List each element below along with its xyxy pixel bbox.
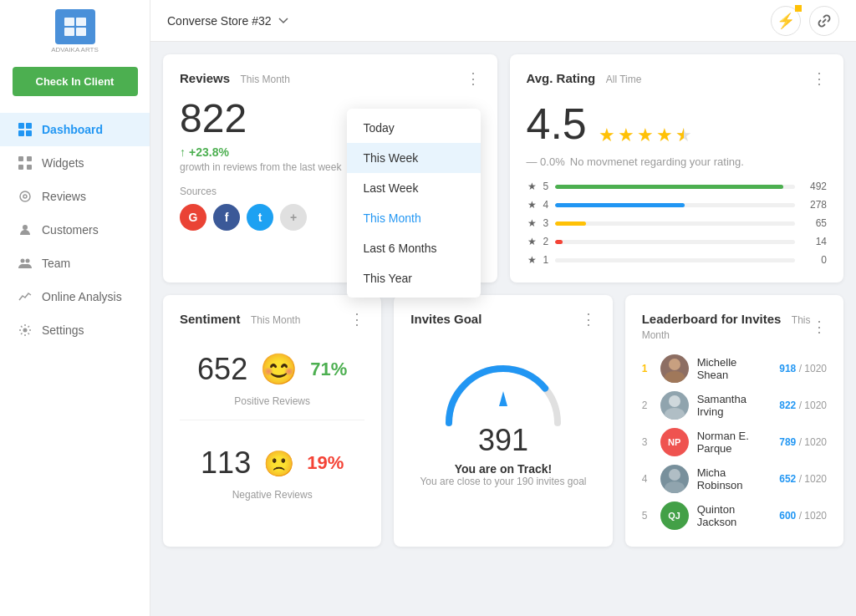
svg-point-12 (20, 191, 30, 201)
link-button[interactable] (809, 6, 839, 36)
svg-rect-6 (18, 130, 24, 136)
svg-marker-18 (499, 391, 507, 406)
sentiment-divider (180, 420, 364, 420)
leaderboard-name-4: Micha Robinson (697, 466, 772, 491)
gauge-svg (436, 348, 570, 431)
widgets-icon (17, 155, 33, 171)
avg-rating-title: Avg. Rating (527, 71, 596, 85)
avg-rating-menu-button[interactable]: ⋮ (812, 71, 827, 86)
star-4: ★ (656, 125, 673, 146)
up-arrow-icon: ↑ (180, 145, 186, 159)
avg-rating-card-header: Avg. Rating All Time ⋮ (527, 71, 828, 86)
avatar-3: NP (660, 428, 689, 456)
sidebar-item-online-analysis[interactable]: Online Analysis (0, 280, 150, 313)
rating-row-1: ★ 1 0 (527, 254, 828, 266)
leaderboard-score-5: 600 / 1020 (779, 510, 827, 522)
sidebar-nav: Dashboard Widgets Reviews (0, 113, 150, 347)
leaderboard-score-4: 652 / 1020 (779, 473, 827, 485)
sidebar-item-team[interactable]: Team (0, 247, 150, 280)
reviews-title: Reviews (180, 71, 230, 85)
logo-icon (55, 9, 95, 44)
leaderboard-menu-button[interactable]: ⋮ (812, 319, 827, 334)
rating-row-2: ★ 2 14 (527, 236, 828, 247)
sentiment-period: This Month (251, 314, 300, 326)
svg-rect-3 (76, 28, 86, 36)
avatar-1 (660, 354, 689, 383)
dropdown-item-last-week[interactable]: Last Week (347, 173, 481, 203)
svg-point-22 (665, 408, 685, 420)
leaderboard-title: Leaderboard for Invites (642, 312, 782, 326)
twitter-icon[interactable]: t (247, 204, 273, 231)
avatar-4 (660, 465, 689, 493)
star-half: ★ ★ (675, 125, 692, 146)
sidebar-item-label-dashboard: Dashboard (42, 123, 103, 136)
avatar-2 (660, 391, 689, 420)
header: Converse Store #32 ⚡ (150, 0, 856, 42)
svg-rect-0 (64, 18, 74, 26)
reviews-menu-button[interactable]: ⋮ (466, 71, 481, 86)
movement-pct: — 0.0% (527, 155, 565, 168)
negative-label: Negative Reviews (180, 489, 364, 501)
sidebar-item-label-reviews: Reviews (42, 190, 86, 203)
invites-menu-button[interactable]: ⋮ (581, 312, 596, 327)
check-in-button[interactable]: Check In Client (13, 67, 138, 96)
gauge-container: 391 You are on Track! You are close to y… (410, 339, 595, 496)
negative-count: 113 (201, 445, 251, 481)
avg-rating-card: Avg. Rating All Time ⋮ 4.5 ★ ★ ★ ★ ★ ★ (510, 54, 844, 283)
sidebar-item-reviews[interactable]: Reviews (0, 180, 150, 213)
leaderboard-name-2: Samantha Irving (697, 393, 772, 418)
svg-rect-2 (64, 28, 74, 36)
svg-rect-5 (26, 123, 32, 129)
svg-point-20 (665, 371, 685, 383)
link-icon (817, 13, 832, 28)
reviews-period: This Month (241, 74, 290, 85)
svg-point-16 (26, 259, 30, 263)
dropdown-item-this-week[interactable]: This Week (347, 143, 481, 173)
dashboard-icon (17, 121, 33, 138)
leaderboard-card-header: Leaderboard for Invites This Month ⋮ (642, 312, 827, 342)
dropdown-item-last-6-months[interactable]: Last 6 Months (347, 233, 481, 263)
leaderboard-card: Leaderboard for Invites This Month ⋮ 1 M… (625, 295, 843, 547)
sidebar: ADVAIKA ARTS Check In Client Dashboard (0, 0, 150, 616)
leaderboard-row-3: 3 NP Norman E. Parque 789 / 1020 (642, 428, 827, 456)
reviews-icon (17, 188, 33, 205)
sentiment-menu-button[interactable]: ⋮ (349, 312, 364, 327)
sentiment-title: Sentiment (180, 312, 241, 326)
positive-count: 652 (197, 352, 247, 387)
leaderboard-score-1: 918 / 1020 (779, 363, 827, 374)
svg-point-21 (669, 395, 680, 407)
dropdown-item-today[interactable]: Today (347, 113, 481, 143)
leaderboard-name-1: Michelle Shean (697, 356, 772, 381)
gauge-value: 391 (478, 423, 528, 458)
svg-rect-11 (27, 165, 32, 170)
negative-emoji: 🙁 (263, 449, 294, 478)
leaderboard-list: 1 Michelle Shean 918 / 1020 2 (642, 354, 827, 530)
positive-pct: 71% (310, 359, 347, 380)
reviews-card: Reviews This Month ⋮ Today This Week Las… (163, 54, 497, 283)
svg-point-24 (665, 481, 685, 493)
leaderboard-score-3: 789 / 1020 (779, 436, 827, 448)
sidebar-item-label-widgets: Widgets (42, 156, 84, 170)
lightning-button[interactable]: ⚡ (771, 6, 801, 36)
dropdown-item-this-year[interactable]: This Year (347, 263, 481, 293)
customers-icon (17, 221, 33, 238)
star-2: ★ (618, 125, 634, 146)
svg-point-13 (23, 195, 27, 198)
sidebar-item-widgets[interactable]: Widgets (0, 146, 150, 180)
svg-rect-8 (18, 156, 23, 161)
sidebar-item-dashboard[interactable]: Dashboard (0, 113, 150, 146)
sidebar-item-settings[interactable]: Settings (0, 313, 150, 347)
sidebar-item-customers[interactable]: Customers (0, 213, 150, 247)
header-actions: ⚡ (771, 6, 839, 36)
store-selector[interactable]: Converse Store #32 (167, 14, 288, 28)
add-source-icon[interactable]: + (280, 204, 307, 231)
sentiment-card-header: Sentiment This Month ⋮ (180, 312, 364, 327)
reviews-card-header: Reviews This Month ⋮ Today This Week Las… (180, 71, 481, 86)
leaderboard-row-1: 1 Michelle Shean 918 / 1020 (642, 354, 827, 383)
dropdown-item-this-month[interactable]: This Month (347, 203, 481, 233)
facebook-icon[interactable]: f (213, 204, 240, 231)
svg-point-15 (21, 259, 25, 263)
team-icon (17, 255, 33, 272)
sidebar-item-label-team: Team (42, 257, 70, 270)
google-icon[interactable]: G (180, 204, 206, 231)
